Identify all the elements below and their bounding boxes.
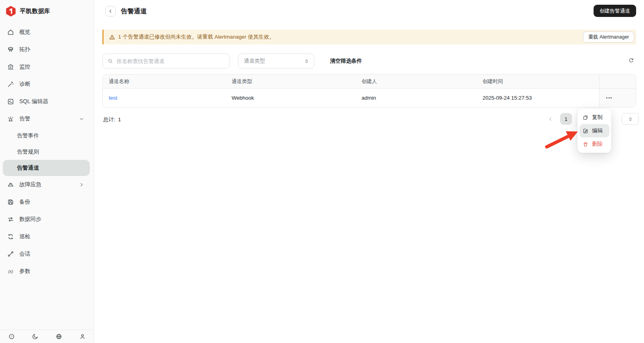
column-header-created-at: 创建时间 [477,74,599,88]
column-header-type: 通道类型 [226,74,356,88]
table-header-row: 通道名称 通道类型 创建人 创建时间 [103,74,636,89]
channel-created-cell: 2025-09-24 15:27:53 [477,89,599,107]
sidebar: 平凯数据库 概览 拓扑 监控 诊断 SQL 编辑器 告警 告警事件 告警规则 [0,0,94,343]
sidebar-subitem-label: 告警通道 [17,165,39,172]
table-row: test Webhook admin 2025-09-24 15:27:53 [103,89,636,107]
page-size-select[interactable] [622,113,639,125]
sidebar-item-monitoring[interactable]: 监控 [0,58,94,76]
edit-icon [583,128,588,134]
sidebar-item-label: 参数 [19,268,30,275]
total-label: 总计: [103,117,115,122]
channel-name-link[interactable]: test [109,95,117,101]
app-logo: 平凯数据库 [0,0,94,17]
menu-item-label: 编辑 [592,127,603,134]
sidebar-subitem-label: 告警规则 [17,148,39,156]
total-count: 总计: 1 [103,116,121,123]
sidebar-item-inspection[interactable]: 巡检 [0,228,94,245]
parameters-icon: (x) [7,268,14,275]
sidebar-item-alerts[interactable]: 告警 [0,110,94,128]
column-header-creator: 创建人 [356,74,477,88]
pagination-prev-button[interactable] [546,115,555,123]
warning-banner: 1 个告警通道已修改但尚未生效。请重载 Alertmanager 使其生效。 重… [102,30,636,44]
trash-icon [583,141,588,147]
sidebar-item-label: 故障应急 [19,181,41,188]
emergency-icon [7,181,14,188]
sidebar-item-label: 备份 [19,198,30,206]
session-icon [7,250,14,258]
page-title: 告警通道 [121,7,147,16]
user-icon[interactable] [78,332,87,341]
row-actions-button[interactable] [605,96,612,100]
channel-search-box [102,54,230,69]
monitoring-icon [7,63,14,70]
sidebar-item-backup[interactable]: 备份 [0,193,94,211]
sidebar-item-parameters[interactable]: (x) 参数 [0,263,94,280]
backup-icon [7,198,14,206]
select-sorter-icon [627,116,633,122]
menu-item-edit[interactable]: 编辑 [579,124,609,137]
sidebar-item-overview[interactable]: 概览 [0,24,94,41]
menu-item-label: 复制 [592,114,603,121]
row-context-menu: 复制 编辑 删除 [577,109,611,153]
topology-icon [7,46,14,53]
sidebar-item-label: 诊断 [19,81,30,88]
svg-text:(x): (x) [8,269,13,274]
menu-item-label: 删除 [592,141,603,148]
chevron-down-icon [79,116,84,122]
channel-type-cell: Webhook [226,89,356,107]
sidebar-item-label: 巡检 [19,233,30,240]
sidebar-item-alert-events[interactable]: 告警事件 [0,128,94,144]
create-alert-channel-button[interactable]: 创建告警通道 [594,5,636,17]
column-header-actions [599,74,636,88]
sidebar-subitem-label: 告警事件 [17,132,39,139]
refresh-button[interactable] [626,56,636,65]
annotation-arrow [544,127,581,151]
search-icon [108,58,113,64]
language-globe-icon[interactable] [54,332,63,341]
warning-triangle-icon [109,34,115,41]
inspection-icon [7,233,14,240]
select-placeholder: 通道类型 [244,57,265,65]
sidebar-item-sql-editor[interactable]: SQL 编辑器 [0,93,94,110]
reload-alertmanager-button[interactable]: 重载 Alertmanager [583,32,634,43]
theme-moon-icon[interactable] [31,332,39,341]
menu-item-delete[interactable]: 删除 [579,137,609,151]
channel-creator-cell: admin [356,89,477,107]
refresh-icon [628,57,634,63]
diagnosis-wand-icon [7,81,14,88]
sidebar-item-label: SQL 编辑器 [19,98,48,105]
search-input[interactable] [117,58,225,64]
alert-icon [7,115,14,122]
total-value: 1 [118,117,121,122]
sidebar-item-label: 告警 [19,115,30,122]
more-horizontal-icon [606,97,607,98]
sql-editor-icon [7,98,14,105]
alert-channels-table: 通道名称 通道类型 创建人 创建时间 test Webhook admin 20… [102,74,636,108]
help-icon[interactable]: ? [7,332,16,341]
sidebar-item-label: 拓扑 [19,46,30,53]
sidebar-item-emergency[interactable]: 故障应急 [0,176,94,193]
warning-banner-text: 1 个告警通道已修改但尚未生效。请重载 Alertmanager 使其生效。 [118,33,275,41]
chevron-right-icon [79,182,84,187]
chevron-left-icon [548,117,553,122]
clear-filters-button[interactable]: 清空筛选条件 [330,54,362,69]
back-button[interactable] [105,6,116,17]
sidebar-item-diagnosis[interactable]: 诊断 [0,76,94,93]
sidebar-item-alert-channels[interactable]: 告警通道 [3,160,90,176]
sidebar-item-label: 概览 [19,29,30,36]
sidebar-item-sessions[interactable]: 会话 [0,245,94,263]
menu-item-copy[interactable]: 复制 [579,111,609,124]
sidebar-item-topology[interactable]: 拓扑 [0,41,94,58]
brand-hexagon-icon [6,6,16,17]
svg-text:?: ? [11,335,12,338]
sidebar-footer: ? [0,330,94,343]
sidebar-nav: 概览 拓扑 监控 诊断 SQL 编辑器 告警 告警事件 告警规则 告警通道 故障… [0,24,94,280]
home-icon [7,29,14,36]
sidebar-item-label: 会话 [19,250,30,258]
pagination-page-1[interactable]: 1 [560,113,572,125]
sidebar-item-alert-rules[interactable]: 告警规则 [0,144,94,160]
data-sync-icon [7,216,14,223]
app-title: 平凯数据库 [20,7,50,15]
channel-type-select[interactable]: 通道类型 [238,54,314,69]
sidebar-item-data-sync[interactable]: 数据同步 [0,211,94,228]
